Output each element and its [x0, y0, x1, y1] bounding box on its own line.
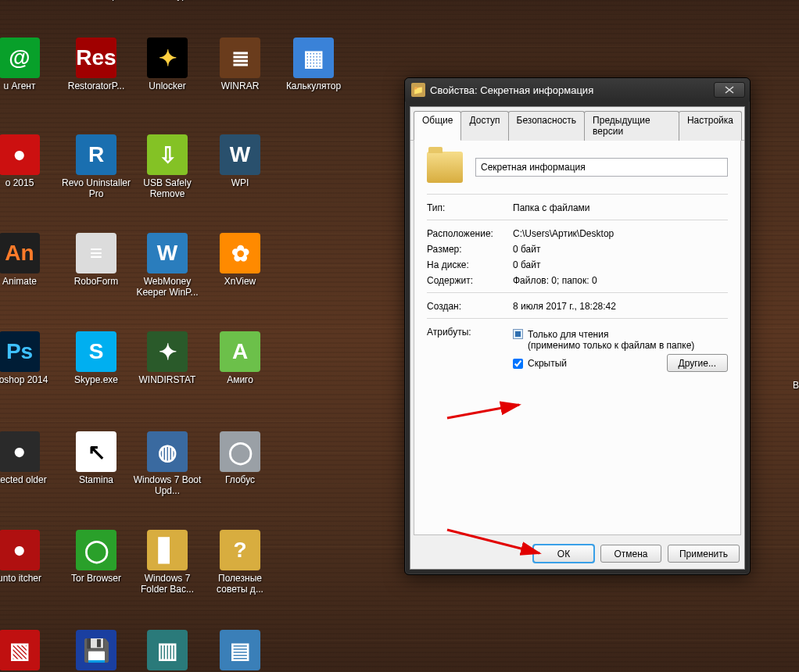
desktop-icon[interactable]: 2	[277, 0, 350, 2]
desktop-icon[interactable]: ●unto itcher	[0, 530, 56, 584]
tabstrip: ОбщиеДоступБезопасностьПредыдущие версии…	[410, 107, 744, 141]
desktop-icon-label: USB Safely Remove	[131, 177, 204, 200]
desktop-icon-label: Revo Uninstaller Pro	[59, 177, 133, 200]
desktop-icon[interactable]: @u Агент	[0, 38, 56, 92]
desktop-icon-label: XnView	[223, 275, 257, 288]
other-attributes-button[interactable]: Другие...	[667, 354, 728, 372]
cancel-button[interactable]: Отмена	[600, 545, 661, 563]
app-icon: ↖	[76, 431, 116, 472]
tab-Общие[interactable]: Общие	[414, 111, 461, 141]
desktop-icon[interactable]: Workshop	[59, 0, 133, 2]
label-contains: Содержит:	[427, 275, 513, 286]
desktop-icon[interactable]: ✦WINDIRSTAT	[131, 331, 204, 386]
desktop-icon-label: клавиатуре	[141, 0, 193, 2]
value-size-disk: 0 байт	[513, 259, 728, 270]
dialog-button-row: ОК Отмена Применить	[410, 538, 744, 569]
ok-button[interactable]: ОК	[533, 545, 594, 563]
app-icon: W	[147, 233, 188, 273]
app-icon: ✦	[147, 331, 188, 372]
titlebar[interactable]: 📁 Свойства: Секретная информация	[405, 78, 750, 102]
desktop-icon[interactable]: AАмиго	[203, 331, 277, 386]
desktop-icon-label: RestoratorP...	[66, 80, 126, 92]
desktop-icon-label: unto itcher	[0, 572, 43, 584]
app-icon: ▋	[147, 530, 188, 570]
app-icon: ✦	[147, 38, 188, 78]
desktop-icon[interactable]: ▦Калькулятор	[277, 38, 350, 92]
desktop-icon-label: u Агент	[2, 80, 38, 92]
desktop-icon[interactable]: ◯Глобус	[203, 431, 277, 486]
tab-Настройка[interactable]: Настройка	[679, 111, 742, 141]
desktop-icon-label: Workshop	[73, 0, 119, 2]
desktop-icon-label: Unlocker	[147, 80, 187, 92]
app-icon: ≣	[220, 38, 260, 78]
desktop-icon[interactable]: ▤	[203, 630, 277, 672]
desktop-icon-label: Skype.exe	[73, 374, 120, 386]
desktop-icon-label: Animate	[1, 275, 38, 288]
close-button[interactable]	[714, 82, 745, 98]
app-icon: @	[0, 38, 40, 78]
dialog-title: Свойства: Секретная информация	[430, 84, 714, 96]
desktop-icon-label: Амиго	[225, 374, 255, 386]
desktop-icon-label: WPI	[230, 177, 251, 189]
desktop-icon[interactable]: ?Полезные советы д...	[203, 530, 277, 595]
desktop-icon[interactable]: AnAnimate	[0, 233, 56, 288]
app-icon: ●	[0, 431, 40, 472]
value-created: 8 июля 2017 г., 18:28:42	[513, 301, 728, 312]
readonly-checkbox[interactable]	[513, 329, 523, 339]
app-icon: ▧	[0, 630, 40, 670]
folder-titlebar-icon: 📁	[411, 83, 425, 97]
desktop-icon[interactable]: ⇩USB Safely Remove	[131, 134, 204, 200]
tab-general: Тип:Папка с файлами Расположение:C:\User…	[414, 141, 741, 535]
tab-Безопасность[interactable]: Безопасность	[508, 111, 586, 141]
app-icon: An	[0, 233, 40, 273]
desktop-icon[interactable]: ↖Stamina	[59, 431, 133, 486]
desktop-icon[interactable]: RRevo Uninstaller Pro	[59, 134, 133, 200]
desktop-icon[interactable]: WWebMoney Keeper WinP...	[131, 233, 204, 298]
desktop-icon-label: Windows 7 Folder Bac...	[131, 572, 204, 595]
desktop-icon[interactable]: ▥	[131, 630, 204, 672]
app-icon: ◯	[220, 431, 260, 472]
desktop-icon[interactable]: Psotoshop 2014	[0, 331, 56, 386]
app-icon: W	[220, 134, 260, 175]
desktop-icon[interactable]: ≣WINRAR	[203, 38, 277, 92]
folder-name-input[interactable]	[475, 158, 728, 177]
desktop-icon[interactable]: ▋Windows 7 Folder Bac...	[131, 530, 204, 595]
desktop-icon-label: otoshop 2014	[0, 374, 49, 386]
desktop-icon[interactable]: обса...	[0, 0, 56, 2]
properties-dialog: 📁 Свойства: Секретная информация ОбщиеДо…	[404, 77, 751, 575]
desktop-icon[interactable]: SSkype.exe	[59, 331, 133, 386]
desktop-icon[interactable]: ▧	[0, 630, 56, 672]
label-size: Размер:	[427, 244, 513, 255]
tab-Доступ[interactable]: Доступ	[460, 111, 508, 141]
app-icon: ●	[0, 134, 40, 175]
desktop-icon[interactable]: WWPI	[203, 134, 277, 189]
desktop-icon[interactable]: ◍Windows 7 Boot Upd...	[131, 431, 204, 497]
label-size-disk: На диске:	[427, 259, 513, 270]
desktop-icon[interactable]: клавиатуре	[131, 0, 204, 2]
app-icon: S	[76, 331, 116, 372]
app-icon: ?	[220, 530, 260, 570]
label-created: Создан:	[427, 301, 513, 312]
app-icon: 💾	[76, 630, 116, 670]
desktop-icon[interactable]: ◯Tor Browser	[59, 530, 133, 584]
tab-Предыдущие версии[interactable]: Предыдущие версии	[584, 111, 679, 141]
desktop-icon[interactable]: ✿XnView	[203, 233, 277, 288]
apply-button[interactable]: Применить	[668, 545, 740, 563]
readonly-label: Только для чтения	[528, 329, 608, 340]
desktop-icon[interactable]: ✦Unlocker	[131, 38, 204, 92]
desktop-icon[interactable]: ResRestoratorP...	[59, 38, 133, 92]
label-location: Расположение:	[427, 228, 513, 239]
desktop-icon-label: Калькулятор	[285, 80, 342, 92]
desktop-icon[interactable]: ●o 2015	[0, 134, 56, 189]
hidden-checkbox[interactable]	[513, 359, 523, 369]
desktop-icon[interactable]: Start Or...	[203, 0, 277, 2]
app-icon: ◯	[76, 530, 116, 570]
app-icon: A	[220, 331, 260, 372]
desktop-icon-label: WINRAR	[220, 80, 261, 92]
desktop-icon-label: Tor Browser	[70, 572, 123, 584]
desktop-icon[interactable]: 💾	[59, 630, 133, 672]
app-icon: R	[76, 134, 116, 175]
desktop-icon[interactable]: ≡RoboForm	[59, 233, 133, 288]
desktop-icon-label: RoboForm	[73, 275, 120, 288]
desktop-icon[interactable]: ●otected older	[0, 431, 56, 486]
